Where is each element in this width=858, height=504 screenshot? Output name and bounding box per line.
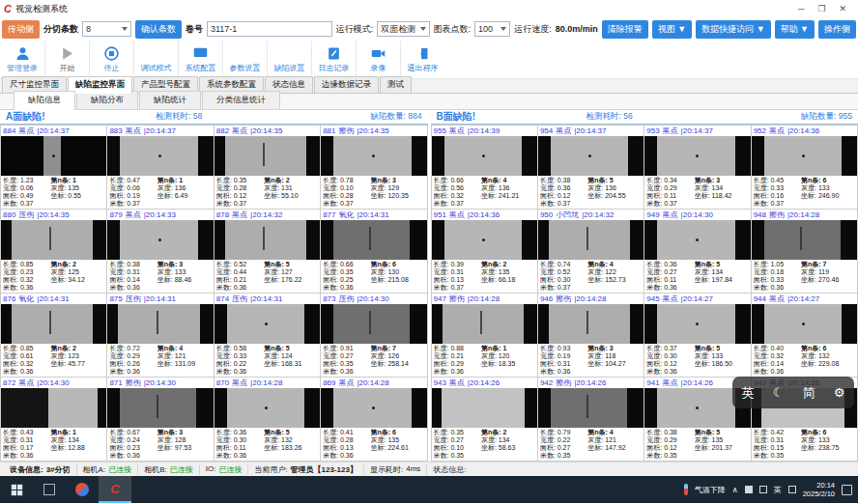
defect-image[interactable] (107, 388, 213, 428)
defect-image[interactable] (321, 388, 426, 428)
defect-cell[interactable]: 872黑点|20:14:30长度: 0.43宽度: 0.31面积: 0.17米数… (1, 378, 106, 461)
defect-image[interactable] (107, 220, 213, 260)
defect-cell[interactable]: 950小凹坑|20:14:32长度: 0.74宽度: 0.52面积: 0.30米… (538, 210, 644, 293)
input-language-indicator[interactable]: 英 (774, 485, 782, 495)
defect-image[interactable] (107, 136, 213, 176)
defect-cell[interactable]: 953黑点|20:14:37长度: 0.34宽度: 0.29面积: 0.11米数… (644, 126, 750, 209)
keyboard-icon[interactable] (788, 486, 796, 493)
defect-cell[interactable]: 946擦伤|20:14:28长度: 0.93宽度: 0.19面积: 0.31米数… (538, 294, 644, 377)
volume-icon[interactable] (745, 486, 753, 493)
parameter-settings-button[interactable]: 参数设置 (222, 41, 267, 78)
app-taskbar-button[interactable]: C (99, 476, 131, 503)
defect-cell[interactable]: 880压伤|20:14:35长度: 0.85宽度: 0.23面积: 0.32米数… (1, 210, 106, 293)
defect-image[interactable] (538, 388, 644, 428)
defect-image[interactable] (432, 136, 537, 176)
defect-cell[interactable]: 952黑点|20:14:36长度: 0.45宽度: 0.33面积: 0.16米数… (752, 126, 857, 209)
close-button[interactable]: ✕ (839, 0, 846, 17)
tab-edge-data-record[interactable]: 边缘数据记录 (314, 76, 379, 93)
tray-chevron-up[interactable]: ∧ (732, 486, 738, 494)
defect-cell[interactable]: 869黑点|20:14:28长度: 0.41宽度: 0.28面积: 0.13米数… (321, 378, 426, 461)
moon-icon[interactable]: ☾ (773, 385, 785, 400)
defect-cell[interactable]: 884黑点|20:14:37长度: 1.23宽度: 0.06面积: 0.49米数… (1, 126, 106, 209)
debug-mode-button[interactable]: 调试模式 (133, 41, 178, 78)
subtab-defect-info[interactable]: 缺陷信息 (14, 91, 75, 110)
network-icon[interactable] (759, 486, 767, 493)
operator-side-button[interactable]: 操作侧 (818, 20, 856, 39)
tab-test[interactable]: 测试 (380, 76, 412, 93)
defect-cell[interactable]: 877氧化|20:14:31长度: 0.66宽度: 0.35面积: 0.25米数… (321, 210, 426, 293)
lang-en-button[interactable]: 英 (742, 384, 755, 402)
defect-cell[interactable]: 942擦伤|20:14:26长度: 0.79宽度: 0.22面积: 0.27米数… (538, 378, 644, 461)
defect-image[interactable] (432, 220, 537, 260)
defect-image[interactable] (107, 304, 213, 344)
defect-image[interactable] (321, 136, 426, 176)
run-mode-select[interactable]: 双面检测 (377, 21, 429, 37)
subtab-defect-statistics[interactable]: 缺陷统计 (139, 91, 201, 109)
roll-no-input[interactable] (207, 21, 332, 37)
defect-cell[interactable]: 876氧化|20:14:31长度: 0.85宽度: 0.61面积: 0.32米数… (1, 294, 106, 377)
exit-program-button[interactable]: 退出程序 (400, 41, 444, 78)
defect-image[interactable] (752, 304, 857, 344)
defect-image[interactable] (752, 136, 857, 176)
defect-settings-button[interactable]: 缺陷设置 (267, 41, 311, 78)
defect-cell[interactable]: 873压伤|20:14:30长度: 0.91宽度: 0.27面积: 0.35米数… (321, 294, 426, 377)
defect-image[interactable] (644, 136, 750, 176)
defect-cell[interactable]: 954黑点|20:14:37长度: 0.38宽度: 0.36面积: 0.12米数… (538, 126, 644, 209)
task-view-button[interactable] (33, 476, 66, 503)
subtab-class-info-statistics[interactable]: 分类信息统计 (202, 91, 280, 109)
help-menu-button[interactable]: 帮助 ▼ (775, 20, 815, 39)
defect-image[interactable] (538, 220, 644, 260)
start-button[interactable] (0, 476, 33, 503)
defect-image[interactable] (1, 220, 106, 260)
defect-cell[interactable]: 871擦伤|20:14:30长度: 0.67宽度: 0.24面积: 0.23米数… (107, 378, 213, 461)
defect-cell[interactable]: 870黑点|20:14:28长度: 0.36宽度: 0.30面积: 0.11米数… (214, 378, 320, 461)
defect-image[interactable] (321, 220, 426, 260)
tab-defect-monitor[interactable]: 缺陷监控界面 (68, 76, 132, 94)
defect-cell[interactable]: 874压伤|20:14:31长度: 0.58宽度: 0.33面积: 0.22米数… (214, 294, 320, 377)
defect-image[interactable] (214, 304, 320, 344)
gear-icon[interactable]: ⚙ (834, 385, 845, 400)
quick-access-menu-button[interactable]: 数据快捷访问 ▼ (696, 20, 770, 39)
clock[interactable]: 20:14 2025/2/10 (803, 481, 835, 498)
drive-side-button[interactable]: 传动侧 (2, 20, 40, 39)
minimize-button[interactable]: ─ (798, 0, 804, 17)
weather-text[interactable]: 气温下降 (695, 485, 726, 495)
defect-cell[interactable]: 945黑点|20:14:27长度: 0.37宽度: 0.30面积: 0.12米数… (644, 294, 750, 377)
defect-image[interactable] (1, 304, 106, 344)
defect-cell[interactable]: 948擦伤|20:14:28长度: 1.05宽度: 0.18面积: 0.33米数… (752, 210, 857, 293)
video-record-button[interactable]: 录像 (356, 41, 400, 78)
defect-cell[interactable]: 943黑点|20:14:26长度: 0.35宽度: 0.27面积: 0.10米数… (432, 378, 537, 461)
defect-cell[interactable]: 883黑点|20:14:37长度: 0.47宽度: 0.06面积: 0.19米数… (107, 126, 213, 209)
defect-image[interactable] (752, 220, 857, 260)
defect-cell[interactable]: 878黑点|20:14:32长度: 0.52宽度: 0.44面积: 0.21米数… (214, 210, 320, 293)
defect-cell[interactable]: 944黑点|20:14:27长度: 0.40宽度: 0.32面积: 0.14米数… (752, 294, 857, 377)
admin-login-button[interactable]: 管理登录 (0, 41, 44, 78)
defect-image[interactable] (321, 304, 426, 344)
defect-cell[interactable]: 955黑点|20:14:39长度: 0.66宽度: 0.56面积: 0.32米数… (432, 126, 537, 209)
defect-image[interactable] (644, 304, 750, 344)
defect-cell[interactable]: 949黑点|20:14:30长度: 0.36宽度: 0.27面积: 0.11米数… (644, 210, 750, 293)
defect-image[interactable] (432, 304, 537, 344)
defect-image[interactable] (1, 136, 106, 176)
view-menu-button[interactable]: 视图 ▼ (652, 20, 692, 39)
defect-image[interactable] (1, 388, 106, 428)
defect-cell[interactable]: 881擦伤|20:14:35长度: 0.78宽度: 0.10面积: 0.28米数… (321, 126, 426, 209)
defect-cell[interactable]: 882黑点|20:14:35长度: 0.35宽度: 0.28面积: 0.12米数… (214, 126, 320, 209)
stop-button[interactable]: 停止 (89, 41, 133, 78)
language-overlay[interactable]: 英 ☾ 简 ⚙ (732, 377, 854, 408)
lang-cn-button[interactable]: 简 (803, 384, 815, 402)
defect-image[interactable] (538, 136, 644, 176)
system-config-button[interactable]: 系统配置 (178, 41, 222, 78)
clear-alarm-button[interactable]: 清除报警 (602, 20, 648, 39)
log-record-button[interactable]: 日志记录 (311, 41, 356, 78)
defect-cell[interactable]: 947擦伤|20:14:28长度: 0.88宽度: 0.21面积: 0.29米数… (432, 294, 537, 377)
defect-cell[interactable]: 875压伤|20:14:31长度: 0.72宽度: 0.29面积: 0.26米数… (107, 294, 213, 377)
slit-count-select[interactable]: 8 (82, 21, 131, 37)
defect-image[interactable] (432, 388, 537, 428)
defect-cell[interactable]: 879黑点|20:14:33长度: 0.38宽度: 0.31面积: 0.14米数… (107, 210, 213, 293)
defect-image[interactable] (214, 136, 320, 176)
browser-taskbar-button[interactable] (66, 476, 99, 503)
chart-points-select[interactable]: 100 (474, 21, 510, 37)
defect-image[interactable] (538, 304, 644, 344)
defect-image[interactable] (644, 220, 750, 260)
